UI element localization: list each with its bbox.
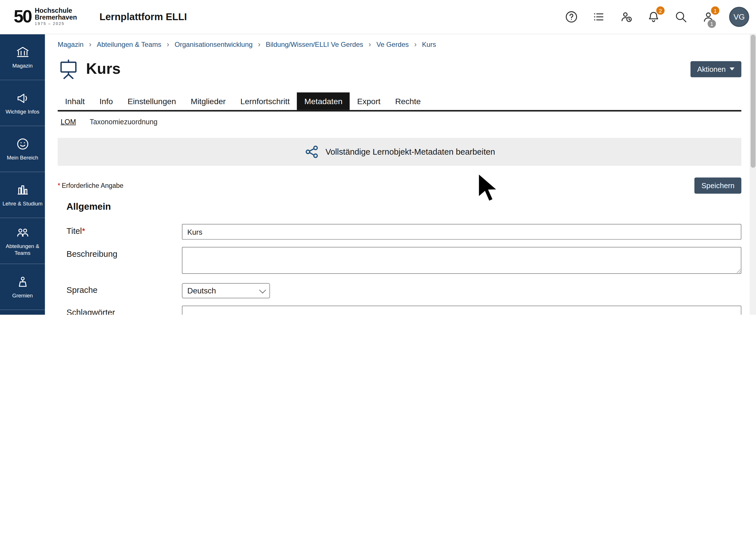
- breadcrumb-magazin[interactable]: Magazin: [58, 40, 83, 48]
- breadcrumb-kurs[interactable]: Kurs: [422, 40, 436, 48]
- hochschule-bremerhaven-logo[interactable]: 50 Hochschule Bremerhaven 1975 – 2025: [14, 7, 77, 26]
- tab-lernfortschritt[interactable]: Lernfortschritt: [233, 93, 297, 110]
- tab-rechte[interactable]: Rechte: [388, 93, 428, 110]
- main-sidebar: Magazin Wichtige Infos Mein Bereich Lehr…: [0, 34, 45, 315]
- tab-export[interactable]: Export: [350, 93, 388, 110]
- tab-bar: Inhalt Info Einstellungen Mitglieder Ler…: [58, 93, 741, 112]
- chevron-right-icon: ›: [258, 40, 261, 48]
- subtab-lom[interactable]: LOM: [61, 118, 76, 126]
- top-icons: 2 1 1 VG: [565, 7, 749, 27]
- chevron-down-icon: [259, 286, 266, 293]
- sprache-label: Sprache: [66, 283, 182, 295]
- online-badge-top: 1: [711, 6, 719, 14]
- tab-metadaten[interactable]: Metadaten: [297, 93, 350, 110]
- course-board-icon: [58, 58, 79, 80]
- bank-icon: [15, 45, 30, 59]
- podium-icon: [15, 275, 30, 289]
- search-icon[interactable]: [674, 10, 688, 24]
- form-row-titel: Titel*: [58, 224, 741, 240]
- megaphone-icon: [15, 91, 30, 105]
- tab-mitglieder[interactable]: Mitglieder: [183, 93, 233, 110]
- sidebar-item-abteilungen-teams[interactable]: Abteilungen & Teams: [0, 218, 45, 264]
- tab-info[interactable]: Info: [92, 93, 120, 110]
- page-title: Kurs: [86, 60, 121, 78]
- main-content: Magazin › Abteilungen & Teams › Organisa…: [45, 34, 756, 315]
- aktionen-button[interactable]: Aktionen: [690, 61, 742, 77]
- breadcrumb-abteilungen-teams[interactable]: Abteilungen & Teams: [97, 40, 161, 48]
- edit-full-metadata-banner[interactable]: Vollständige Lernobjekt-Metadaten bearbe…: [58, 138, 741, 166]
- breadcrumb-ve-gerdes[interactable]: Ve Gerdes: [376, 40, 409, 48]
- books-icon: [15, 183, 30, 197]
- schlagwoerter-label: Schlagwörter: [66, 306, 182, 315]
- required-asterisk: *: [58, 182, 60, 189]
- bell-badge: 2: [656, 6, 665, 14]
- breadcrumb-organisationsentwicklung[interactable]: Organisationsentwicklung: [175, 40, 253, 48]
- tab-einstellungen[interactable]: Einstellungen: [120, 93, 183, 110]
- sprache-select[interactable]: Deutsch: [182, 283, 270, 298]
- help-icon[interactable]: [565, 10, 578, 24]
- list-icon[interactable]: [592, 10, 606, 24]
- app-title: Lernplattform ELLI: [99, 11, 187, 23]
- speichern-button[interactable]: Speichern: [695, 178, 742, 194]
- avatar[interactable]: VG: [729, 7, 749, 27]
- section-allgemein: Allgemein: [58, 201, 741, 212]
- beschreibung-label: Beschreibung: [66, 247, 182, 259]
- chevron-right-icon: ›: [369, 40, 371, 48]
- scrollbar-thumb[interactable]: [750, 35, 755, 168]
- caret-down-icon: [730, 68, 734, 70]
- form-row-schlagwoerter: Schlagwörter: [58, 306, 741, 315]
- form-row-beschreibung: Beschreibung: [58, 247, 741, 276]
- required-asterisk: *: [82, 226, 85, 236]
- form-row-sprache: Sprache Deutsch: [58, 283, 741, 298]
- user-status-clock-icon[interactable]: [619, 10, 633, 24]
- beschreibung-textarea[interactable]: [182, 247, 741, 274]
- title-row: Kurs Aktionen: [58, 58, 741, 80]
- top-bar: 50 Hochschule Bremerhaven 1975 – 2025 Le…: [0, 0, 756, 34]
- sidebar-item-wichtige-infos[interactable]: Wichtige Infos: [0, 80, 45, 126]
- required-note: *Erforderliche Angabe: [58, 182, 123, 189]
- logo-mark: 50: [14, 8, 31, 26]
- who-is-online-icon[interactable]: 1 1: [702, 10, 715, 24]
- page: 50 Hochschule Bremerhaven 1975 – 2025 Le…: [0, 0, 756, 315]
- sidebar-item-mein-bereich[interactable]: Mein Bereich: [0, 126, 45, 172]
- scrollbar-track[interactable]: [750, 34, 756, 315]
- breadcrumb-bildung-wissen[interactable]: Bildung/Wissen/ELLI Ve Gerdes: [266, 40, 363, 48]
- chevron-right-icon: ›: [167, 40, 169, 48]
- sidebar-item-magazin[interactable]: Magazin: [0, 34, 45, 80]
- tab-inhalt[interactable]: Inhalt: [58, 93, 92, 110]
- chevron-right-icon: ›: [414, 40, 417, 48]
- subtab-bar: LOM Taxonomiezuordnung: [58, 118, 741, 126]
- sidebar-item-vertretungen-beauftragte[interactable]: Vertretungen & Beauftragte: [0, 310, 45, 315]
- sidebar-item-gremien[interactable]: Gremien: [0, 264, 45, 310]
- chevron-right-icon: ›: [89, 40, 91, 48]
- banner-label: Vollständige Lernobjekt-Metadaten bearbe…: [325, 147, 495, 157]
- smiley-icon: [15, 137, 30, 151]
- sidebar-item-lehre-studium[interactable]: Lehre & Studium: [0, 172, 45, 218]
- metadata-nodes-icon: [304, 144, 319, 159]
- people-icon: [15, 225, 30, 240]
- titel-label: Titel*: [66, 224, 182, 236]
- form-header-row: *Erforderliche Angabe Speichern: [58, 178, 741, 194]
- schlagwoerter-input[interactable]: [182, 306, 741, 315]
- online-badge-bottom: 1: [707, 20, 716, 28]
- logo-text: Hochschule Bremerhaven 1975 – 2025: [35, 7, 77, 26]
- notifications-bell-icon[interactable]: 2: [647, 10, 660, 24]
- breadcrumb: Magazin › Abteilungen & Teams › Organisa…: [58, 40, 741, 48]
- subtab-taxonomiezuordnung[interactable]: Taxonomiezuordnung: [90, 118, 157, 126]
- titel-input[interactable]: [182, 224, 741, 240]
